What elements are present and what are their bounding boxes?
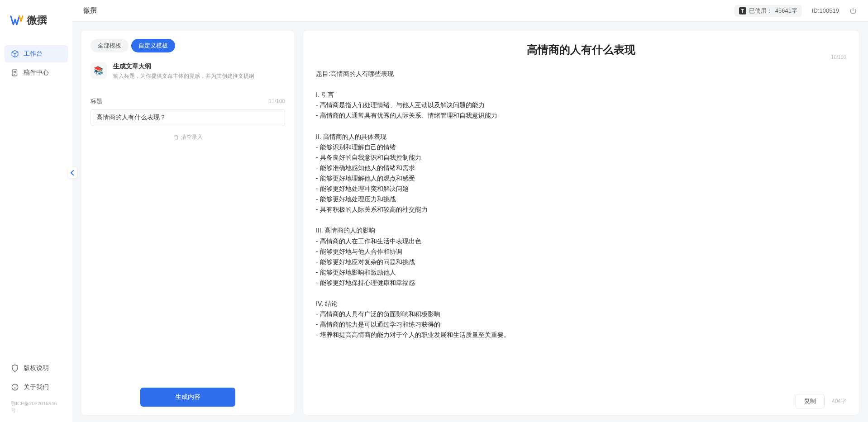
nav-item-label: 关于我们 (24, 383, 49, 391)
topbar: 微撰 T 已使用： 45641字 ID:100519 (72, 0, 868, 22)
content: 全部模板 自定义模板 📚 生成文章大纲 输入标题，为你提供文章主体的灵感，并为其… (72, 22, 868, 422)
title-input[interactable] (91, 109, 285, 126)
tab-all-templates[interactable]: 全部模板 (91, 39, 129, 52)
page-title: 微撰 (83, 6, 97, 15)
word-count: 404字 (832, 398, 846, 405)
nav-item-label: 版权说明 (24, 364, 49, 372)
logo[interactable]: 微撰 (0, 14, 72, 45)
sidebar: 微撰 工作台 稿件中心 (0, 0, 72, 422)
title-char-count: 11/100 (268, 98, 285, 104)
template-title: 生成文章大纲 (113, 62, 254, 71)
nav-item-about[interactable]: 关于我们 (5, 379, 68, 396)
copy-button[interactable]: 复制 (796, 394, 825, 408)
user-id: ID:100519 (812, 7, 839, 14)
trash-icon (173, 134, 179, 140)
template-panel: 全部模板 自定义模板 📚 生成文章大纲 输入标题，为你提供文章主体的灵感，并为其… (81, 31, 294, 415)
doc-title-count: 10/100 (831, 54, 846, 60)
nav-item-workspace[interactable]: 工作台 (5, 45, 68, 62)
title-label: 标题 (91, 97, 102, 105)
shield-icon (11, 364, 19, 372)
clear-input-button[interactable]: 清空录入 (91, 133, 285, 141)
sidebar-bottom: 版权说明 关于我们 鄂ICP备2022016946号 (0, 360, 72, 417)
doc-footer: 复制 404字 (316, 389, 846, 408)
logo-text: 微撰 (27, 14, 47, 27)
logo-icon (10, 14, 24, 27)
nav-item-copyright[interactable]: 版权说明 (5, 360, 68, 377)
doc-icon (11, 69, 19, 77)
tab-custom-templates[interactable]: 自定义模板 (131, 39, 175, 52)
usage-icon: T (739, 7, 746, 14)
main: 微撰 T 已使用： 45641字 ID:100519 全部模板 自定义模板 (72, 0, 868, 422)
icp-text: 鄂ICP备2022016946号 (5, 398, 68, 414)
template-icon: 📚 (91, 62, 107, 79)
power-icon[interactable] (849, 7, 857, 15)
cube-icon (11, 50, 19, 58)
nav: 工作台 稿件中心 (0, 45, 72, 360)
doc-header: 高情商的人有什么表现 10/100 (316, 40, 846, 60)
clear-label: 清空录入 (181, 133, 203, 141)
usage-value: 45641字 (775, 7, 797, 15)
usage-label: 已使用： (749, 7, 773, 15)
sidebar-collapse-button[interactable] (68, 167, 77, 178)
nav-item-label: 稿件中心 (24, 69, 49, 77)
output-panel: 高情商的人有什么表现 10/100 题目:高情商的人有哪些表现 I. 引言 - … (303, 31, 859, 415)
info-icon (11, 383, 19, 391)
template-info: 生成文章大纲 输入标题，为你提供文章主体的灵感，并为其创建推文提纲 (113, 62, 254, 80)
tabs: 全部模板 自定义模板 (91, 39, 285, 52)
doc-body[interactable]: 题目:高情商的人有哪些表现 I. 引言 - 高情商是指人们处理情绪、与他人互动以… (316, 69, 846, 389)
usage-badge[interactable]: T 已使用： 45641字 (734, 5, 802, 17)
template-card[interactable]: 📚 生成文章大纲 输入标题，为你提供文章主体的灵感，并为其创建推文提纲 (91, 61, 285, 88)
nav-item-drafts[interactable]: 稿件中心 (5, 64, 68, 81)
generate-button[interactable]: 生成内容 (140, 388, 235, 407)
template-desc: 输入标题，为你提供文章主体的灵感，并为其创建推文提纲 (113, 72, 254, 80)
doc-title[interactable]: 高情商的人有什么表现 (316, 40, 846, 60)
title-field-header: 标题 11/100 (91, 97, 285, 105)
nav-item-label: 工作台 (24, 50, 43, 58)
topbar-right: T 已使用： 45641字 ID:100519 (734, 5, 857, 17)
